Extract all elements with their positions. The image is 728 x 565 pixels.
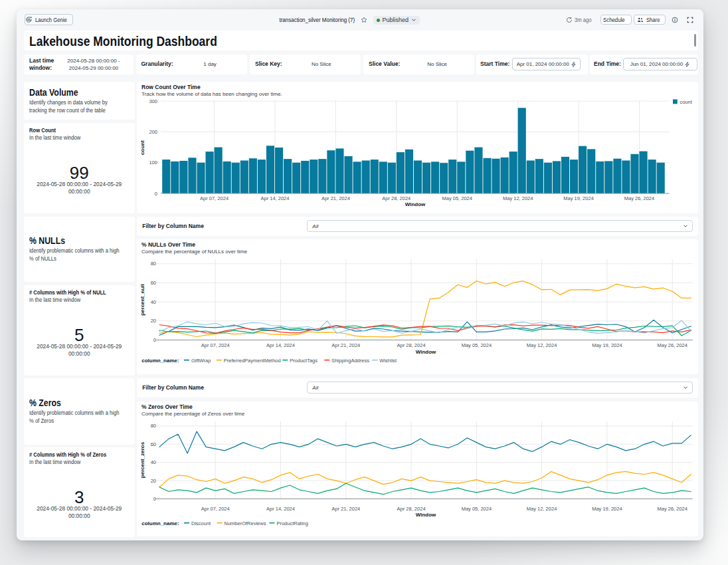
svg-text:May 19, 2024: May 19, 2024 [592,505,622,511]
svg-text:0: 0 [153,496,156,502]
svg-text:Window: Window [416,349,436,355]
svg-text:count: count [680,99,693,105]
svg-text:ProductRating: ProductRating [277,520,309,526]
svg-text:Apr 28, 2024: Apr 28, 2024 [383,195,411,201]
svg-text:Apr 14, 2024: Apr 14, 2024 [261,195,290,201]
svg-text:Apr 07, 2024: Apr 07, 2024 [200,195,228,201]
svg-text:0: 0 [155,190,157,196]
svg-text:Window: Window [416,511,436,517]
svg-text:percent_zeros: percent_zeros [139,441,145,478]
svg-text:Track how the volume of data h: Track how the volume of data has been ch… [141,90,282,96]
svg-text:GiftWrap: GiftWrap [191,358,211,364]
svg-text:100: 100 [149,160,158,166]
svg-text:May 19, 2024: May 19, 2024 [564,195,594,201]
svg-text:80: 80 [151,423,156,429]
svg-text:Discount: Discount [191,520,211,526]
svg-text:May 12, 2024: May 12, 2024 [527,505,557,511]
svg-text:NumberOfReviews: NumberOfReviews [225,520,266,526]
svg-text:0: 0 [153,337,156,343]
svg-text:60: 60 [151,280,156,286]
svg-text:Apr 21, 2024: Apr 21, 2024 [321,195,350,201]
svg-text:60: 60 [151,441,156,447]
svg-text:Window: Window [405,201,426,207]
svg-text:column_name:: column_name: [141,520,179,526]
svg-text:80: 80 [151,261,156,267]
svg-text:% NULLs Over Time: % NULLs Over Time [141,241,195,248]
svg-text:Apr 14, 2024: Apr 14, 2024 [266,505,295,511]
svg-text:20: 20 [151,477,156,483]
svg-text:May 12, 2024: May 12, 2024 [527,342,557,348]
svg-text:PreferredPaymentMethod: PreferredPaymentMethod [224,358,281,364]
svg-text:% Zeros Over Time: % Zeros Over Time [141,403,193,409]
svg-text:ShippingAddress: ShippingAddress [331,358,369,364]
svg-text:column_name:: column_name: [141,358,179,364]
svg-text:count: count [139,140,145,154]
svg-text:Apr 21, 2024: Apr 21, 2024 [332,342,361,348]
svg-text:percent_null: percent_null [139,284,145,316]
svg-text:ProductTags: ProductTags [290,358,318,364]
svg-text:Apr 07, 2024: Apr 07, 2024 [201,505,230,511]
svg-text:300: 300 [149,98,158,104]
svg-text:Compare the percentage of NULL: Compare the percentage of NULLs over tim… [141,249,248,255]
svg-text:May 05, 2024: May 05, 2024 [442,195,472,201]
svg-text:May 26, 2024: May 26, 2024 [624,195,654,201]
svg-text:May 05, 2024: May 05, 2024 [462,342,492,348]
svg-text:20: 20 [151,318,156,324]
svg-text:May 26, 2024: May 26, 2024 [658,505,687,511]
svg-text:May 05, 2024: May 05, 2024 [462,505,492,511]
svg-text:Apr 28, 2024: Apr 28, 2024 [397,505,426,511]
svg-text:Row Count Over Time: Row Count Over Time [141,83,201,90]
svg-text:200: 200 [149,128,158,134]
svg-text:40: 40 [151,299,156,305]
svg-text:May 26, 2024: May 26, 2024 [658,342,687,348]
svg-text:Apr 07, 2024: Apr 07, 2024 [201,342,230,348]
svg-text:May 19, 2024: May 19, 2024 [592,342,622,348]
svg-text:Apr 21, 2024: Apr 21, 2024 [332,505,361,511]
svg-text:40: 40 [151,459,156,465]
svg-text:Wishlist: Wishlist [380,358,398,364]
svg-text:Compare the percentage of Zero: Compare the percentage of Zeros over tim… [141,410,245,416]
svg-text:Apr 28, 2024: Apr 28, 2024 [397,342,426,348]
svg-text:Apr 14, 2024: Apr 14, 2024 [266,342,295,348]
svg-text:May 12, 2024: May 12, 2024 [503,195,533,201]
